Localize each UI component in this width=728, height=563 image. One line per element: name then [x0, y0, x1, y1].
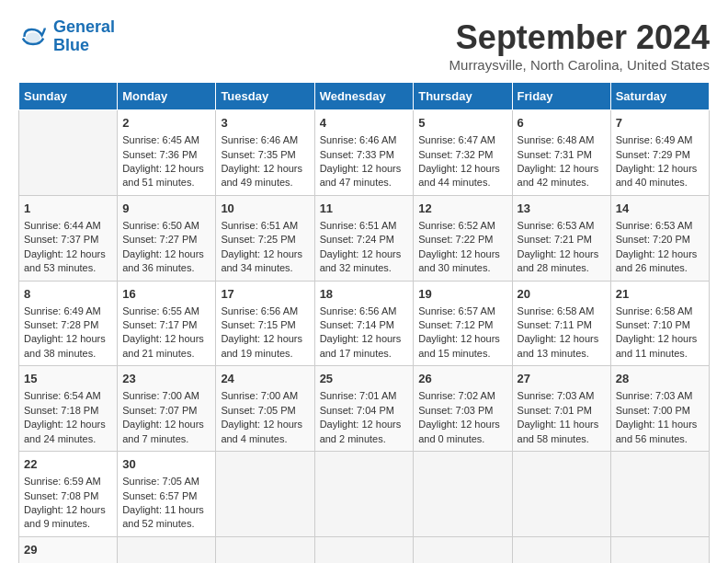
- calendar-cell: 9Sunrise: 6:50 AMSunset: 7:27 PMDaylight…: [118, 195, 216, 281]
- weekday-header-row: SundayMondayTuesdayWednesdayThursdayFrid…: [19, 83, 710, 110]
- sunrise-text: Sunrise: 6:51 AM: [320, 220, 397, 231]
- day-number: 4: [320, 115, 409, 132]
- sunset-text: Sunset: 7:36 PM: [122, 149, 197, 160]
- calendar-week-3: 8Sunrise: 6:49 AMSunset: 7:28 PMDaylight…: [19, 281, 710, 366]
- calendar-cell: 24Sunrise: 7:00 AMSunset: 7:05 PMDayligh…: [216, 366, 314, 452]
- day-number: 17: [221, 286, 309, 303]
- logo: General Blue: [18, 18, 115, 55]
- sunrise-text: Sunrise: 6:45 AM: [122, 134, 199, 145]
- calendar-cell: 19Sunrise: 6:57 AMSunset: 7:12 PMDayligh…: [414, 281, 512, 366]
- sunrise-text: Sunrise: 6:49 AM: [24, 305, 101, 316]
- calendar-cell: 22Sunrise: 6:59 AMSunset: 7:08 PMDayligh…: [19, 452, 118, 537]
- day-number: 13: [518, 201, 606, 217]
- sunrise-text: Sunrise: 7:02 AM: [418, 390, 495, 401]
- calendar-cell: 1Sunrise: 6:44 AMSunset: 7:37 PMDaylight…: [19, 195, 118, 281]
- calendar-cell: [610, 536, 709, 563]
- day-number: 22: [24, 456, 112, 473]
- sunset-text: Sunset: 7:07 PM: [122, 405, 197, 416]
- calendar-subtitle: Murraysville, North Carolina, United Sta…: [449, 57, 710, 73]
- sunrise-text: Sunrise: 6:48 AM: [518, 134, 595, 145]
- sunrise-text: Sunrise: 6:51 AM: [221, 220, 298, 231]
- day-number: 7: [616, 115, 704, 132]
- sunset-text: Sunset: 7:18 PM: [24, 405, 98, 416]
- sunrise-text: Sunrise: 6:46 AM: [221, 134, 298, 145]
- calendar-title: September 2024: [449, 18, 710, 57]
- calendar-cell: 10Sunrise: 6:51 AMSunset: 7:25 PMDayligh…: [216, 195, 314, 281]
- weekday-tuesday: Tuesday: [216, 83, 314, 110]
- sunrise-text: Sunrise: 6:59 AM: [24, 476, 101, 487]
- day-number: 25: [320, 371, 409, 387]
- weekday-saturday: Saturday: [610, 83, 709, 110]
- daylight-text: Daylight: 12 hours and 15 minutes.: [418, 333, 500, 358]
- sunrise-text: Sunrise: 6:56 AM: [221, 305, 298, 316]
- day-number: 5: [418, 115, 506, 132]
- sunset-text: Sunset: 6:57 PM: [122, 490, 197, 501]
- daylight-text: Daylight: 12 hours and 40 minutes.: [616, 163, 698, 188]
- calendar-cell: 21Sunrise: 6:58 AMSunset: 7:10 PMDayligh…: [610, 281, 709, 366]
- daylight-text: Daylight: 12 hours and 44 minutes.: [418, 163, 500, 188]
- sunset-text: Sunset: 7:20 PM: [616, 234, 690, 245]
- day-number: 27: [518, 371, 606, 387]
- day-number: 1: [24, 201, 112, 217]
- sunset-text: Sunset: 7:35 PM: [221, 149, 295, 160]
- daylight-text: Daylight: 12 hours and 24 minutes.: [24, 419, 106, 443]
- daylight-text: Daylight: 12 hours and 42 minutes.: [518, 163, 599, 188]
- calendar-cell: 18Sunrise: 6:56 AMSunset: 7:14 PMDayligh…: [314, 281, 414, 366]
- calendar-cell: 3Sunrise: 6:46 AMSunset: 7:35 PMDaylight…: [216, 110, 314, 196]
- sunset-text: Sunset: 7:15 PM: [221, 319, 295, 330]
- daylight-text: Daylight: 12 hours and 47 minutes.: [320, 163, 402, 188]
- daylight-text: Daylight: 11 hours and 58 minutes.: [518, 419, 599, 443]
- daylight-text: Daylight: 12 hours and 38 minutes.: [24, 333, 106, 358]
- day-number: 30: [122, 456, 210, 473]
- calendar-cell: [512, 452, 610, 537]
- calendar-week-1: 2Sunrise: 6:45 AMSunset: 7:36 PMDaylight…: [19, 110, 710, 196]
- weekday-thursday: Thursday: [414, 83, 512, 110]
- sunset-text: Sunset: 7:31 PM: [518, 149, 592, 160]
- sunset-text: Sunset: 7:33 PM: [320, 149, 394, 160]
- calendar-week-6: 29Sunrise: 7:04 AMSunset: 6:58 PMDayligh…: [19, 536, 710, 563]
- day-number: 21: [616, 286, 704, 303]
- calendar-table: SundayMondayTuesdayWednesdayThursdayFrid…: [18, 82, 710, 563]
- daylight-text: Daylight: 12 hours and 2 minutes.: [320, 419, 402, 443]
- calendar-cell: [414, 452, 512, 537]
- calendar-cell: [512, 536, 610, 563]
- daylight-text: Daylight: 12 hours and 28 minutes.: [518, 248, 599, 273]
- sunrise-text: Sunrise: 6:47 AM: [418, 134, 495, 145]
- calendar-body: 2Sunrise: 6:45 AMSunset: 7:36 PMDaylight…: [19, 110, 710, 564]
- daylight-text: Daylight: 12 hours and 7 minutes.: [122, 419, 204, 443]
- calendar-cell: [314, 452, 414, 537]
- logo-icon: [18, 22, 48, 52]
- sunrise-text: Sunrise: 6:49 AM: [616, 134, 693, 145]
- sunset-text: Sunset: 7:22 PM: [418, 234, 493, 245]
- day-number: 19: [418, 286, 506, 303]
- sunset-text: Sunset: 7:37 PM: [24, 234, 98, 245]
- sunset-text: Sunset: 7:14 PM: [320, 319, 394, 330]
- calendar-cell: [216, 536, 314, 563]
- daylight-text: Daylight: 11 hours and 56 minutes.: [616, 419, 698, 443]
- sunset-text: Sunset: 7:28 PM: [24, 319, 98, 330]
- day-number: 24: [221, 371, 309, 387]
- day-number: 28: [616, 371, 704, 387]
- calendar-week-2: 1Sunrise: 6:44 AMSunset: 7:37 PMDaylight…: [19, 195, 710, 281]
- calendar-cell: [216, 452, 314, 537]
- sunrise-text: Sunrise: 6:54 AM: [24, 390, 101, 401]
- calendar-week-4: 15Sunrise: 6:54 AMSunset: 7:18 PMDayligh…: [19, 366, 710, 452]
- daylight-text: Daylight: 12 hours and 26 minutes.: [616, 248, 698, 273]
- weekday-wednesday: Wednesday: [314, 83, 414, 110]
- sunset-text: Sunset: 7:27 PM: [122, 234, 197, 245]
- sunset-text: Sunset: 7:03 PM: [418, 405, 493, 416]
- day-number: 8: [24, 286, 112, 303]
- calendar-cell: 5Sunrise: 6:47 AMSunset: 7:32 PMDaylight…: [414, 110, 512, 196]
- day-number: 12: [418, 201, 506, 217]
- sunset-text: Sunset: 7:01 PM: [518, 405, 592, 416]
- day-number: 20: [518, 286, 606, 303]
- daylight-text: Daylight: 12 hours and 11 minutes.: [616, 333, 698, 358]
- sunrise-text: Sunrise: 7:03 AM: [518, 390, 595, 401]
- day-number: 2: [122, 115, 210, 132]
- weekday-sunday: Sunday: [19, 83, 118, 110]
- calendar-cell: 20Sunrise: 6:58 AMSunset: 7:11 PMDayligh…: [512, 281, 610, 366]
- daylight-text: Daylight: 12 hours and 53 minutes.: [24, 248, 106, 273]
- calendar-cell: 7Sunrise: 6:49 AMSunset: 7:29 PMDaylight…: [610, 110, 709, 196]
- sunset-text: Sunset: 7:00 PM: [616, 405, 690, 416]
- calendar-cell: 13Sunrise: 6:53 AMSunset: 7:21 PMDayligh…: [512, 195, 610, 281]
